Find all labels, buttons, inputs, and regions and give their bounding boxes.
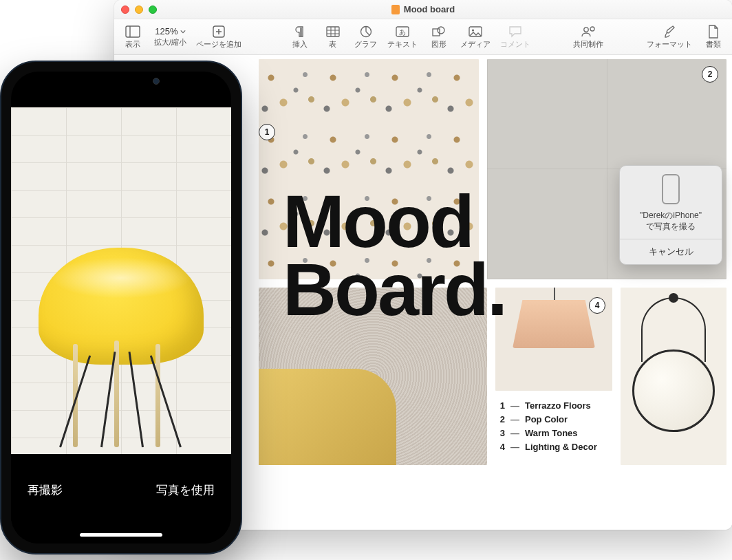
legend-dash: — <box>510 413 519 427</box>
retake-button[interactable]: 再撮影 <box>28 482 63 498</box>
svg-point-10 <box>472 29 474 31</box>
sidebar-icon <box>125 25 140 39</box>
badge-1[interactable]: 1 <box>259 124 275 140</box>
chart-button[interactable]: グラフ <box>354 25 378 50</box>
mirror-circle <box>632 349 715 432</box>
popover-line2: で写真を撮る <box>627 221 715 232</box>
continuity-camera-popover: "DerekのiPhone" で写真を撮る キャンセル <box>619 165 722 265</box>
table-button[interactable]: 表 <box>321 25 345 50</box>
popover-cancel-button[interactable]: キャンセル <box>620 239 722 264</box>
camera-bottom-bar: 再撮影 写真を使用 <box>11 454 231 543</box>
yellow-chair <box>32 220 211 447</box>
text-button[interactable]: あ テキスト <box>387 25 418 50</box>
shape-button[interactable]: 図形 <box>427 25 451 50</box>
svg-point-11 <box>584 27 588 31</box>
mirror-image[interactable] <box>621 288 726 465</box>
image-icon <box>468 25 483 39</box>
headline-line2: Board. <box>283 255 506 323</box>
legend-list[interactable]: 1—Terrazzo Floors2—Pop Color3—Warm Tones… <box>497 399 597 455</box>
legend-number: 3 <box>497 427 505 440</box>
svg-point-8 <box>438 27 444 34</box>
iphone-notch <box>66 72 176 91</box>
window-title-text: Mood board <box>404 4 455 14</box>
chair-seat <box>39 248 204 365</box>
table-icon <box>325 25 341 39</box>
document-button[interactable]: 書類 <box>702 25 725 50</box>
media-button[interactable]: メディア <box>460 25 491 50</box>
badge-4[interactable]: 4 <box>589 297 605 314</box>
add-page-button[interactable]: ページを追加 <box>196 25 241 50</box>
insert-button[interactable]: 挿入 <box>288 25 312 50</box>
camera-preview[interactable] <box>11 107 231 454</box>
legend-text: Lighting & Decor <box>525 440 597 454</box>
lamp-shade <box>513 300 595 348</box>
comment-button[interactable]: コメント <box>500 25 530 50</box>
home-indicator[interactable] <box>80 533 162 537</box>
format-button[interactable]: フォーマット <box>647 25 692 50</box>
legend-text: Pop Color <box>525 413 568 427</box>
legend-number: 2 <box>497 413 505 427</box>
legend-dash: — <box>510 440 519 454</box>
add-page-label: ページを追加 <box>196 40 241 50</box>
legend-number: 4 <box>497 440 505 454</box>
legend-text: Terrazzo Floors <box>525 399 591 413</box>
legend-dash: — <box>510 427 519 440</box>
iphone-device: 再撮影 写真を使用 <box>0 61 242 554</box>
iphone-outline-icon <box>662 174 680 204</box>
text-icon: あ <box>395 25 410 39</box>
chair-wire <box>150 355 182 447</box>
zoom-label: 拡大/縮小 <box>154 38 186 47</box>
front-camera-icon <box>153 78 160 85</box>
legend-row: 1—Terrazzo Floors <box>497 399 597 413</box>
legend-row: 2—Pop Color <box>497 413 597 427</box>
paragraph-icon <box>292 25 308 39</box>
svg-point-12 <box>590 27 594 31</box>
headline-text[interactable]: Mood Board. <box>283 187 506 324</box>
svg-rect-0 <box>126 26 140 37</box>
zoom-button[interactable]: 125% 拡大/縮小 <box>154 26 186 47</box>
chevron-down-icon <box>180 29 186 34</box>
pie-chart-icon <box>358 25 374 39</box>
svg-text:あ: あ <box>399 28 406 36</box>
chair-wire <box>129 352 144 447</box>
popover-text: "DerekのiPhone" で写真を撮る <box>625 210 716 239</box>
collaborate-button[interactable]: 共同制作 <box>573 25 603 50</box>
view-button[interactable]: 表示 <box>121 25 144 50</box>
legend-text: Warm Tones <box>525 427 578 440</box>
view-label: 表示 <box>125 40 140 50</box>
window-title: Mood board <box>114 4 732 14</box>
legend-dash: — <box>510 399 519 413</box>
window-titlebar: Mood board <box>114 0 732 19</box>
legend-number: 1 <box>497 399 505 413</box>
chair-leg <box>155 344 160 447</box>
popover-line1: "DerekのiPhone" <box>627 210 715 221</box>
collaborate-icon <box>581 25 596 39</box>
badge-2[interactable]: 2 <box>702 66 718 83</box>
lamp-cord <box>554 288 555 300</box>
legend-row: 4—Lighting & Decor <box>497 440 597 454</box>
plus-icon <box>211 25 226 39</box>
paintbrush-icon <box>662 25 677 39</box>
headline-line1: Mood <box>283 187 506 255</box>
comment-icon <box>508 25 523 39</box>
iphone-screen: 再撮影 写真を使用 <box>11 72 231 543</box>
document-icon <box>391 5 400 14</box>
use-photo-button[interactable]: 写真を使用 <box>156 482 215 498</box>
zoom-value: 125% <box>155 26 185 36</box>
legend-row: 3—Warm Tones <box>497 427 597 440</box>
sofa-shape <box>259 369 396 465</box>
toolbar: 表示 125% 拡大/縮小 ページを追加 挿入 表 <box>114 19 732 55</box>
document-icon <box>706 25 721 39</box>
shapes-icon <box>431 25 446 39</box>
svg-rect-3 <box>327 27 339 36</box>
